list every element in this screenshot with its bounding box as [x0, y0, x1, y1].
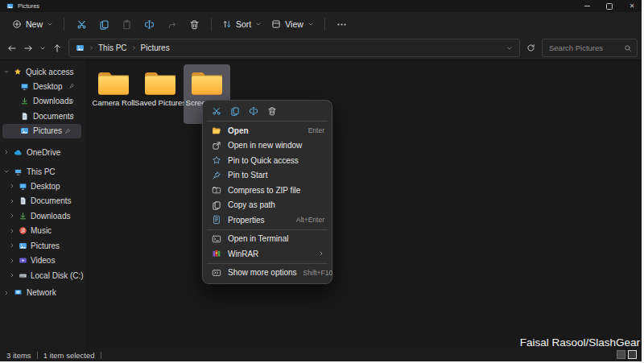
sidebar-item-label: Videos: [31, 256, 55, 265]
menu-item-open-in-new-window[interactable]: Open in new window: [206, 138, 328, 154]
sidebar-item-local-disk[interactable]: Local Disk (C:): [0, 268, 85, 283]
search-input[interactable]: [543, 43, 637, 52]
folder-saved-pictures[interactable]: Saved Pictures: [137, 64, 184, 124]
back-button[interactable]: [7, 43, 17, 53]
delete-button[interactable]: [183, 14, 205, 34]
chevron-right-icon[interactable]: [9, 272, 15, 278]
cut-button[interactable]: [70, 14, 93, 34]
downloads-icon: [19, 212, 27, 221]
chevron-right-icon[interactable]: [9, 198, 15, 204]
toolbar-divider: [324, 18, 325, 31]
sidebar-item-documents-qa[interactable]: Documents: [0, 109, 85, 124]
chevron-right-icon[interactable]: [9, 212, 15, 219]
sort-button[interactable]: Sort: [217, 14, 266, 34]
rename-button[interactable]: [138, 14, 160, 34]
sidebar-item-label: Local Disk (C:): [31, 271, 84, 280]
delete-icon: [189, 19, 200, 30]
chevron-down-icon: [39, 45, 46, 52]
menu-item-winrar[interactable]: WinRAR: [206, 246, 328, 262]
large-icons-view-button[interactable]: [628, 350, 637, 359]
sidebar-item-desktop[interactable]: Desktop: [0, 179, 85, 194]
new-button[interactable]: New: [7, 14, 58, 34]
new-button-label: New: [26, 19, 43, 29]
refresh-button[interactable]: [526, 43, 535, 52]
new-plus-circle-icon: [12, 19, 22, 29]
address-dropdown-button[interactable]: [506, 45, 513, 52]
up-button[interactable]: [52, 43, 62, 53]
share-button[interactable]: [160, 14, 183, 34]
chevron-right-icon[interactable]: [9, 228, 15, 234]
close-button[interactable]: ✕: [628, 0, 636, 12]
quick-access-star-icon: [14, 68, 22, 76]
status-bar: 3 items 1 item selected: [0, 349, 644, 361]
menu-item-label: Pin to Start: [228, 171, 267, 179]
sidebar-item-videos[interactable]: Videos: [0, 254, 85, 269]
share-icon: [167, 19, 177, 30]
sidebar-item-onedrive[interactable]: OneDrive: [0, 145, 85, 159]
details-view-button[interactable]: [617, 350, 625, 359]
menu-item-pin-to-start[interactable]: Pin to Start: [206, 168, 328, 184]
status-divider: [101, 352, 101, 359]
sidebar-item-quick-access[interactable]: Quick access: [0, 64, 85, 79]
sidebar-item-label: Desktop: [31, 182, 60, 191]
menu-item-copy-as-path[interactable]: Copy as path: [206, 198, 328, 213]
cut-button[interactable]: [207, 104, 225, 119]
forward-button[interactable]: [23, 43, 33, 53]
sidebar-item-label: OneDrive: [27, 148, 60, 157]
chevron-right-icon[interactable]: [9, 183, 15, 189]
menu-item-properties[interactable]: Properties Alt+Enter: [206, 212, 328, 228]
sidebar-item-desktop-qa[interactable]: Desktop: [0, 79, 85, 94]
sidebar-item-music[interactable]: Music: [0, 224, 85, 239]
menu-item-compress-to-zip[interactable]: Compress to ZIP file: [206, 183, 328, 198]
chevron-right-icon[interactable]: [9, 242, 15, 249]
delete-button[interactable]: [262, 104, 281, 119]
pictures-icon: [20, 126, 29, 135]
copy-button[interactable]: [93, 14, 115, 34]
address-bar[interactable]: This PC Pictures: [68, 39, 520, 57]
menu-item-open[interactable]: Open Enter: [206, 123, 328, 138]
view-button[interactable]: View: [266, 14, 319, 34]
chevron-down-icon[interactable]: [3, 68, 10, 75]
sidebar-item-label: Pictures: [33, 126, 62, 135]
breadcrumb-pictures[interactable]: Pictures: [141, 43, 170, 52]
sidebar-item-documents[interactable]: Documents: [0, 194, 85, 209]
sidebar-item-label: Quick access: [26, 68, 73, 76]
maximize-button[interactable]: [605, 0, 613, 12]
sidebar-item-pictures-qa[interactable]: Pictures: [2, 124, 81, 139]
sidebar-item-this-pc[interactable]: This PC: [0, 164, 85, 179]
search-icon: [624, 44, 632, 52]
chevron-right-icon[interactable]: [3, 149, 10, 155]
network-icon: [14, 288, 23, 297]
paste-button[interactable]: [115, 14, 138, 34]
chevron-down-icon: [255, 21, 262, 27]
menu-item-open-in-terminal[interactable]: Open in Terminal: [206, 232, 328, 247]
arrow-left-icon: [7, 43, 17, 53]
rename-button[interactable]: [244, 104, 262, 119]
minimize-button[interactable]: [583, 0, 591, 12]
chevron-down-icon[interactable]: [3, 168, 10, 175]
properties-icon: [212, 215, 221, 225]
star-outline-icon: [212, 155, 221, 165]
chevron-down-icon: [47, 21, 53, 27]
view-icon: [271, 19, 281, 29]
copy-button[interactable]: [225, 104, 244, 119]
menu-item-show-more-options[interactable]: Show more options Shift+F10: [206, 266, 328, 281]
sidebar-item-network[interactable]: Network: [0, 286, 85, 300]
menu-item-label: Compress to ZIP file: [228, 186, 300, 195]
sidebar-item-downloads-qa[interactable]: Downloads: [0, 94, 85, 109]
menu-item-label: Open in new window: [228, 141, 302, 150]
titlebar: Pictures ✕: [0, 0, 644, 12]
context-menu: Open Enter Open in new window Pin to Qui…: [202, 100, 332, 284]
sidebar-item-downloads[interactable]: Downloads: [0, 208, 85, 224]
chevron-right-icon[interactable]: [9, 258, 15, 264]
pictures-icon: [19, 241, 27, 250]
refresh-icon: [526, 43, 535, 52]
see-more-button[interactable]: [331, 14, 353, 34]
breadcrumb-this-pc[interactable]: This PC: [98, 43, 127, 52]
chevron-right-icon[interactable]: [3, 290, 10, 296]
folder-camera-roll[interactable]: Camera Roll: [90, 64, 137, 124]
recent-locations-button[interactable]: [39, 45, 46, 52]
zip-icon: [212, 185, 221, 195]
sidebar-item-pictures[interactable]: Pictures: [0, 238, 85, 254]
menu-item-pin-to-quick-access[interactable]: Pin to Quick access: [206, 153, 328, 168]
